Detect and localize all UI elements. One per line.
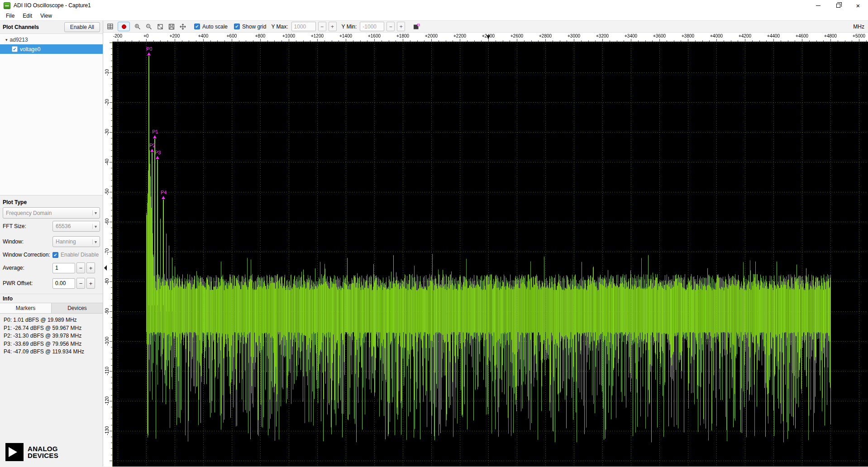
auto-scale-label: Auto scale: [202, 24, 228, 30]
y-max-input[interactable]: 1000: [291, 22, 316, 31]
close-button[interactable]: ×: [848, 0, 868, 11]
menubar: File Edit View: [0, 11, 868, 21]
sidebar: Plot Channels Enable All ▾ ad9213 ✔ volt…: [0, 21, 103, 467]
zoom-fit-icon: [157, 24, 163, 30]
channel-checkbox[interactable]: ✔: [12, 46, 18, 52]
adi-logo-mark: [5, 443, 24, 461]
capture-record-button[interactable]: [118, 22, 130, 31]
plot-type-select[interactable]: Frequency Domain ▾: [3, 207, 100, 219]
auto-scale-checkbox[interactable]: ✔ Auto scale: [194, 24, 228, 30]
device-tree: ▾ ad9213 ✔ voltage0: [0, 33, 103, 195]
checkbox-icon: ✔: [234, 24, 240, 29]
check-icon: ✔: [13, 47, 16, 52]
info-tabs: Markers Devices: [0, 303, 103, 314]
chevron-down-icon: ▾: [92, 210, 97, 215]
adi-logo: ANALOG DEVICES: [0, 439, 103, 467]
window-correction-checkbox[interactable]: ✔ Enable/ Disable: [52, 252, 99, 258]
average-input[interactable]: 1: [52, 263, 75, 273]
y-max-label: Y Max:: [271, 24, 288, 30]
y-max-increment-button[interactable]: +: [329, 22, 337, 31]
window-correction-label: Window Correction:: [3, 252, 52, 258]
record-icon: [122, 24, 126, 29]
marker-readout: P1: -26.74 dBFS @ 59.967 MHz: [4, 324, 99, 333]
titlebar: ADI IIO Oscilloscope - Capture1 ×: [0, 0, 868, 11]
window-correction-value: Enable/ Disable: [61, 252, 99, 258]
tab-devices[interactable]: Devices: [52, 303, 103, 313]
plot-channels-title: Plot Channels: [3, 24, 39, 30]
x-axis-unit-label: MHz: [853, 24, 864, 30]
marker-readout: P2: -31.30 dBFS @ 39.978 MHz: [4, 332, 99, 340]
new-plot-icon: [413, 24, 420, 30]
expander-icon[interactable]: ▾: [5, 38, 8, 42]
pwr-offset-input[interactable]: 0.00: [52, 278, 75, 289]
close-icon: ×: [856, 2, 860, 9]
checkbox-icon: ✔: [194, 24, 200, 29]
plot-pane: ✔ Auto scale ✔ Show grid Y Max: 1000 − +…: [103, 21, 868, 467]
logo-line1: ANALOG: [28, 445, 58, 452]
app-icon: [4, 2, 10, 9]
checkbox-icon: ✔: [52, 252, 58, 258]
new-plot-button[interactable]: [411, 22, 421, 31]
chevron-down-icon: ▾: [92, 224, 97, 229]
tree-item-ad9213[interactable]: ▾ ad9213: [0, 35, 103, 44]
save-plot-button[interactable]: [167, 22, 176, 31]
restore-icon: [836, 4, 840, 8]
spectrum-plot[interactable]: [112, 42, 868, 467]
move-icon: [180, 24, 186, 30]
y-min-increment-button[interactable]: +: [397, 22, 405, 31]
window-select[interactable]: Hanning ▾: [52, 236, 100, 247]
zoom-in-icon: [134, 24, 141, 30]
capture-options-button[interactable]: [105, 22, 115, 31]
logo-triangle-icon: [9, 447, 17, 457]
plot-type-title: Plot Type: [3, 199, 100, 205]
maximize-button[interactable]: [828, 0, 848, 11]
y-ruler-canvas: [103, 42, 112, 467]
window-title: ADI IIO Oscilloscope - Capture1: [14, 2, 91, 9]
pwr-offset-label: PWR Offset:: [3, 280, 52, 286]
average-decrement-button[interactable]: −: [76, 262, 85, 273]
show-grid-label: Show grid: [242, 24, 266, 30]
x-ruler-canvas: [103, 33, 868, 42]
y-min-label: Y Min:: [342, 24, 357, 30]
marker-readout: P3: -33.69 dBFS @ 79.956 MHz: [4, 340, 99, 348]
pwr-offset-increment-button[interactable]: +: [86, 278, 95, 289]
fft-size-select[interactable]: 65536 ▾: [52, 221, 100, 232]
marker-list: P0: 1.01 dBFS @ 19.989 MHzP1: -26.74 dBF…: [0, 314, 103, 439]
y-min-decrement-button[interactable]: −: [386, 22, 395, 31]
y-min-input[interactable]: -1000: [360, 22, 384, 31]
marker-readout: P0: 1.01 dBFS @ 19.989 MHz: [4, 316, 99, 324]
average-label: Average:: [3, 265, 52, 271]
zoom-fit-button[interactable]: [155, 22, 165, 31]
grid-icon: [107, 24, 113, 29]
window-value: Hanning: [56, 238, 91, 245]
device-name-label: ad9213: [10, 37, 28, 43]
x-ruler: [103, 33, 868, 42]
marker-readout: P4: -47.09 dBFS @ 119.934 MHz: [4, 348, 99, 356]
pwr-offset-decrement-button[interactable]: −: [76, 278, 85, 289]
plot-toolbar: ✔ Auto scale ✔ Show grid Y Max: 1000 − +…: [103, 21, 868, 33]
tree-item-voltage0[interactable]: ✔ voltage0: [0, 44, 103, 54]
zoom-in-button[interactable]: [133, 22, 143, 31]
info-title: Info: [0, 294, 103, 303]
fft-size-value: 65536: [56, 223, 91, 229]
average-increment-button[interactable]: +: [86, 262, 95, 273]
enable-all-button[interactable]: Enable All: [64, 22, 100, 32]
minimize-icon: [816, 5, 820, 6]
plot-type-value: Frequency Domain: [6, 210, 91, 216]
menu-view[interactable]: View: [36, 12, 56, 20]
y-ruler: [103, 42, 112, 467]
zoom-out-button[interactable]: [144, 22, 154, 31]
logo-line2: DEVICES: [28, 452, 58, 459]
tab-markers[interactable]: Markers: [0, 303, 52, 313]
pan-button[interactable]: [178, 22, 188, 31]
channel-name-label: voltage0: [20, 46, 40, 52]
menu-file[interactable]: File: [2, 12, 19, 20]
save-icon: [168, 24, 175, 30]
show-grid-checkbox[interactable]: ✔ Show grid: [234, 24, 266, 30]
menu-edit[interactable]: Edit: [19, 12, 36, 20]
window-label: Window:: [3, 238, 52, 245]
zoom-out-icon: [146, 24, 152, 30]
y-max-decrement-button[interactable]: −: [318, 22, 326, 31]
fft-size-label: FFT Size:: [3, 223, 52, 229]
minimize-button[interactable]: [808, 0, 828, 11]
